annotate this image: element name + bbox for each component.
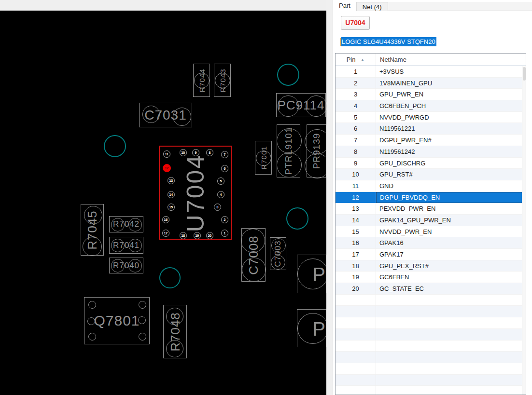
table-row[interactable] [336, 352, 526, 363]
netname-cell[interactable] [376, 341, 526, 352]
netname-cell[interactable] [376, 386, 526, 395]
table-row[interactable]: 1+3VSUS [336, 66, 526, 78]
scrollbar-thumb[interactable] [523, 67, 526, 81]
netname-cell[interactable]: GPU_RST# [376, 169, 526, 180]
netname-cell[interactable]: PEXVDD_PWR_EN [376, 203, 526, 215]
pin-cell[interactable] [336, 363, 376, 375]
chip-pin-18[interactable]: 18 [180, 232, 187, 239]
pin-cell[interactable]: 3 [336, 89, 376, 100]
netname-cell[interactable]: GPAK17 [376, 249, 526, 260]
chip-pin-11[interactable]: 11 [163, 150, 170, 158]
netname-cell[interactable]: GPU_PEX_RST# [376, 260, 526, 272]
chip-pin-8[interactable]: 8 [206, 149, 213, 156]
chip-pin-17[interactable]: 17 [162, 230, 169, 237]
netname-cell[interactable] [376, 295, 526, 306]
pin-cell[interactable]: 8 [336, 146, 376, 158]
chip-pin-6[interactable]: 6 [221, 165, 228, 172]
netname-cell[interactable] [376, 363, 526, 375]
table-row[interactable] [336, 341, 526, 352]
pin-cell[interactable]: 9 [336, 158, 376, 169]
column-header-pin[interactable]: Pin ▲ [336, 54, 376, 66]
table-row[interactable]: 21V8MAINEN_GPU [336, 78, 526, 89]
tab-net-4[interactable]: Net (4) [356, 2, 388, 11]
part-description-field[interactable]: LOGIC SLG4U44336V STQFN20 [340, 37, 520, 47]
component-r7045[interactable]: R7045 [81, 204, 104, 256]
table-row[interactable]: 3GPU_PWR_EN [336, 89, 526, 100]
netname-cell[interactable]: GPAK16 [376, 237, 526, 249]
component-pc9114[interactable]: PC9114 [276, 93, 326, 117]
chip-pin-14[interactable]: 14 [168, 191, 175, 198]
table-row[interactable]: 13PEXVDD_PWR_EN [336, 203, 526, 215]
chip-pin-3[interactable]: 3 [214, 204, 221, 211]
table-row[interactable]: 20GC_STATE_EC [336, 283, 526, 295]
pin-cell[interactable]: 2 [336, 78, 376, 89]
table-row[interactable] [336, 295, 526, 306]
pin-cell[interactable] [336, 386, 376, 395]
netname-cell[interactable] [376, 317, 526, 329]
netname-cell[interactable]: GPU_PWR_EN [376, 89, 526, 100]
component-r7043[interactable]: R7043 [214, 64, 231, 97]
netname-cell[interactable]: DGPU_FBVDDQ_EN [376, 192, 526, 204]
chip-pin-5[interactable]: 5 [217, 177, 224, 185]
netname-cell[interactable] [376, 375, 526, 386]
pin-cell[interactable] [336, 329, 376, 341]
component-r7048[interactable]: R7048 [163, 305, 187, 358]
chip-pin-13[interactable]: 13 [168, 177, 175, 184]
table-row[interactable] [336, 375, 526, 386]
netname-cell[interactable]: GC_STATE_EC [376, 283, 526, 295]
pin-cell[interactable] [336, 341, 376, 352]
pin-cell[interactable]: 20 [336, 283, 376, 295]
table-row[interactable]: 10GPU_RST# [336, 169, 526, 180]
component-r7041[interactable]: R7041 [109, 237, 143, 254]
netname-cell[interactable]: N119561221 [376, 123, 526, 135]
pane-splitter[interactable] [326, 0, 333, 395]
chip-pin-4[interactable]: 4 [217, 191, 224, 198]
pin-cell[interactable]: 16 [336, 237, 376, 249]
netname-cell[interactable]: GPAK14_GPU_PWR_EN [376, 215, 526, 226]
netname-cell[interactable]: GC6FBEN_PCH [376, 100, 526, 112]
tab-part[interactable]: Part [333, 0, 356, 11]
component-c7008[interactable]: C7008 [241, 228, 266, 282]
component-p[interactable]: P [297, 309, 326, 347]
component-pr9139[interactable]: PR9139 [307, 124, 326, 177]
pin-cell[interactable] [336, 352, 376, 363]
chip-pin-15[interactable]: 15 [168, 204, 175, 211]
component-r7042[interactable]: R7042 [109, 216, 143, 232]
netname-cell[interactable]: GPU_DISCHRG [376, 158, 526, 169]
netname-cell[interactable]: 1V8MAINEN_GPU [376, 78, 526, 89]
component-u7004-highlighted[interactable]: U70041234567891011121314151617181920 [159, 146, 232, 240]
pin-cell[interactable] [336, 295, 376, 306]
table-row[interactable]: 19GC6FBEN [336, 272, 526, 283]
component-c7031[interactable]: C7031 [139, 103, 192, 127]
pin-cell[interactable]: 13 [336, 203, 376, 215]
netname-cell[interactable]: NVVDD_PWRGD [376, 112, 526, 123]
pcb-canvas[interactable]: R7044R7043C7031PC9114R7001PTRL9101PR9139… [0, 11, 326, 395]
table-row[interactable]: 16GPAK16 [336, 237, 526, 249]
pin-cell[interactable]: 17 [336, 249, 376, 260]
netname-cell[interactable]: GND [376, 180, 526, 192]
table-row[interactable]: 14GPAK14_GPU_PWR_EN [336, 215, 526, 226]
component-r7001[interactable]: R7001 [255, 141, 272, 175]
table-row[interactable]: 17GPAK17 [336, 249, 526, 260]
table-row[interactable]: 7DGPU_PWR_EN# [336, 135, 526, 146]
netname-cell[interactable]: +3VSUS [376, 66, 526, 78]
selected-part-button[interactable]: U7004 [341, 16, 370, 30]
table-row[interactable] [336, 363, 526, 375]
pin-cell[interactable]: 15 [336, 226, 376, 238]
pin-cell[interactable] [336, 306, 376, 317]
pin-cell[interactable]: 6 [336, 123, 376, 135]
table-row[interactable]: 11GND [336, 180, 526, 192]
table-row[interactable]: 5NVVDD_PWRGD [336, 112, 526, 123]
pin-cell[interactable]: 11 [336, 180, 376, 192]
chip-pin-19[interactable]: 19 [194, 232, 201, 239]
pin-cell[interactable]: 18 [336, 260, 376, 272]
table-row[interactable] [336, 386, 526, 395]
chip-pin-9[interactable]: 9 [192, 149, 199, 156]
table-row-selected[interactable]: 12DGPU_FBVDDQ_EN [336, 192, 526, 204]
pin-cell[interactable]: 14 [336, 215, 376, 226]
pin-cell[interactable]: 5 [336, 112, 376, 123]
pin-cell[interactable] [336, 317, 376, 329]
table-row[interactable]: 8N119561242 [336, 146, 526, 158]
pin-cell[interactable]: 4 [336, 100, 376, 112]
chip-pin-2[interactable]: 2 [221, 216, 228, 223]
